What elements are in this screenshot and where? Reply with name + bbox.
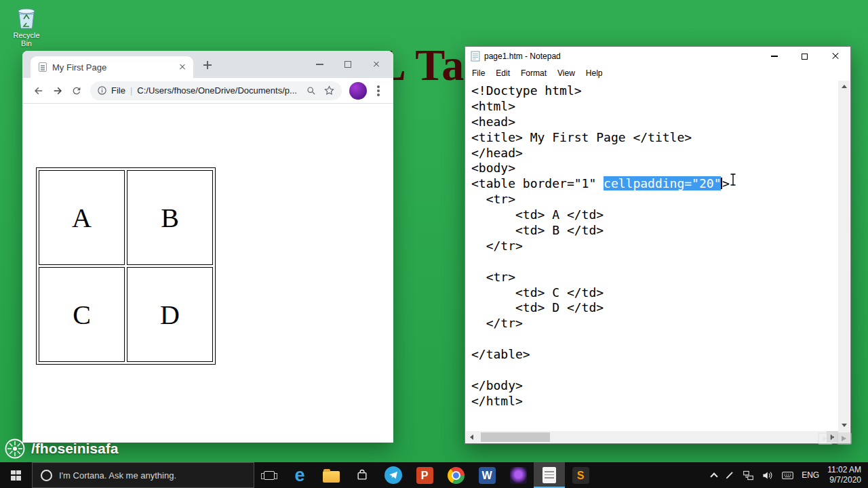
taskbar-clock[interactable]: 11:02 AM 9/7/2020 bbox=[827, 465, 861, 485]
taskbar: I'm Cortana. Ask me anything. ePWS ENG bbox=[0, 462, 868, 488]
taskbar-media-app-button[interactable] bbox=[502, 462, 534, 488]
taskbar-powerpoint-button[interactable]: P bbox=[409, 462, 440, 488]
browser-maximize-button[interactable] bbox=[334, 51, 362, 78]
menu-format[interactable]: Format bbox=[515, 68, 552, 78]
code-line: <td> B </td> bbox=[471, 223, 838, 239]
page-table-row: AB bbox=[39, 170, 213, 265]
task-view-button[interactable] bbox=[254, 462, 284, 488]
horizontal-scrollbar[interactable] bbox=[466, 431, 838, 443]
powerpoint-icon: P bbox=[416, 467, 433, 484]
notepad-window: page1.htm - Notepad File Edit Format Vie… bbox=[465, 46, 851, 444]
notepad-menu-bar: File Edit Format View Help bbox=[465, 66, 850, 81]
profile-avatar[interactable] bbox=[349, 82, 367, 100]
code-line: </tr> bbox=[471, 239, 838, 254]
network-icon[interactable] bbox=[743, 470, 754, 481]
vertical-scrollbar[interactable] bbox=[838, 81, 850, 431]
code-line: </head> bbox=[471, 146, 838, 161]
mouse-cursor-ibeam bbox=[730, 174, 736, 186]
browser-menu-icon[interactable] bbox=[377, 89, 380, 92]
cortana-placeholder: I'm Cortana. Ask me anything. bbox=[59, 470, 176, 481]
close-icon bbox=[831, 52, 840, 60]
address-separator: | bbox=[130, 85, 132, 96]
code-line: <td> C </td> bbox=[471, 285, 838, 301]
code-line: </body> bbox=[471, 378, 838, 394]
back-button[interactable] bbox=[29, 81, 48, 100]
volume-icon[interactable] bbox=[762, 470, 774, 481]
new-tab-button[interactable] bbox=[200, 58, 215, 73]
code-text: <td> B </td> bbox=[471, 223, 604, 237]
code-line: <td> D </td> bbox=[471, 300, 838, 316]
touch-keyboard-icon[interactable] bbox=[782, 471, 793, 480]
taskbar-edge-button[interactable]: e bbox=[284, 462, 315, 488]
browser-close-button[interactable] bbox=[362, 51, 391, 78]
notepad-window-title: page1.htm - Notepad bbox=[484, 52, 561, 61]
taskbar-sublime-text-button[interactable]: S bbox=[565, 462, 596, 488]
taskbar-file-explorer-button[interactable] bbox=[315, 462, 347, 488]
code-line bbox=[471, 363, 838, 378]
pen-icon[interactable] bbox=[725, 470, 734, 480]
refresh-button[interactable] bbox=[67, 81, 86, 100]
code-line: </table> bbox=[471, 347, 838, 363]
taskbar-word-button[interactable]: W bbox=[471, 462, 502, 488]
code-text: <title> My First Page </title> bbox=[471, 130, 692, 144]
menu-edit[interactable]: Edit bbox=[490, 68, 515, 78]
code-line: </html> bbox=[471, 394, 838, 409]
tab-close-icon[interactable] bbox=[177, 62, 188, 73]
menu-view[interactable]: View bbox=[552, 68, 580, 78]
channel-watermark: /fhoseinisafa bbox=[4, 438, 118, 460]
menu-file[interactable]: File bbox=[467, 68, 490, 78]
browser-tab-strip: My First Page bbox=[22, 51, 393, 78]
code-line: <td> A </td> bbox=[471, 207, 838, 223]
scroll-down-button[interactable] bbox=[838, 420, 850, 431]
notepad-edit-area[interactable]: <!Doctype html><html><head><title> My Fi… bbox=[466, 81, 838, 431]
minimize-icon bbox=[771, 56, 778, 56]
code-line: <body> bbox=[471, 161, 838, 176]
notepad-maximize-button[interactable] bbox=[789, 47, 820, 66]
forward-button[interactable] bbox=[48, 81, 67, 100]
browser-window-controls bbox=[305, 51, 391, 78]
recycle-bin[interactable]: Recycle Bin bbox=[7, 5, 46, 47]
tray-expand-icon[interactable] bbox=[711, 472, 718, 480]
scroll-up-icon bbox=[842, 85, 847, 88]
address-bar[interactable]: File | C:/Users/fhose/OneDrive/Documents… bbox=[90, 81, 342, 100]
page-favicon-icon bbox=[39, 62, 47, 72]
cortana-search-box[interactable]: I'm Cortana. Ask me anything. bbox=[32, 462, 254, 488]
code-text: <tr> bbox=[471, 270, 515, 284]
code-text: </body> bbox=[471, 378, 523, 392]
bookmark-star-icon[interactable] bbox=[323, 85, 335, 96]
scroll-left-button[interactable] bbox=[466, 431, 477, 443]
browser-minimize-button[interactable] bbox=[305, 51, 334, 78]
scroll-up-button[interactable] bbox=[838, 81, 850, 92]
video-watermark-icons bbox=[818, 432, 852, 445]
channel-logo-icon bbox=[4, 438, 26, 460]
taskbar-apps: ePWS bbox=[284, 462, 596, 488]
taskbar-telegram-button[interactable] bbox=[378, 462, 409, 488]
code-text: <!Doctype html> bbox=[471, 83, 582, 98]
code-text: <td> C </td> bbox=[471, 285, 604, 300]
notepad-close-button[interactable] bbox=[820, 47, 850, 66]
browser-page-content: ABCD bbox=[22, 104, 393, 443]
notepad-window-controls bbox=[759, 47, 850, 66]
menu-help[interactable]: Help bbox=[580, 68, 608, 78]
page-table-body: ABCD bbox=[39, 170, 213, 362]
code-line: </tr> bbox=[471, 316, 838, 331]
code-text: <td> D </td> bbox=[471, 300, 604, 314]
notepad-minimize-button[interactable] bbox=[759, 47, 789, 66]
start-button[interactable] bbox=[0, 462, 32, 488]
scroll-down-icon bbox=[842, 424, 847, 427]
maximize-icon bbox=[802, 54, 808, 60]
address-scheme-label: File bbox=[111, 85, 125, 96]
code-line: <!Doctype html> bbox=[471, 83, 838, 99]
browser-tab[interactable]: My First Page bbox=[31, 56, 193, 78]
zoom-icon[interactable] bbox=[306, 85, 317, 96]
language-indicator[interactable]: ENG bbox=[802, 470, 819, 480]
horizontal-scroll-thumb[interactable] bbox=[481, 432, 550, 442]
taskbar-chrome-button[interactable] bbox=[440, 462, 471, 488]
file-explorer-icon bbox=[323, 471, 340, 483]
taskbar-store-button[interactable] bbox=[347, 462, 378, 488]
forward-icon bbox=[52, 85, 64, 97]
taskbar-notepad-button[interactable] bbox=[534, 462, 565, 488]
code-line bbox=[471, 331, 838, 347]
clock-time: 11:02 AM bbox=[827, 465, 861, 475]
browser-window: My First Page bbox=[22, 51, 393, 443]
